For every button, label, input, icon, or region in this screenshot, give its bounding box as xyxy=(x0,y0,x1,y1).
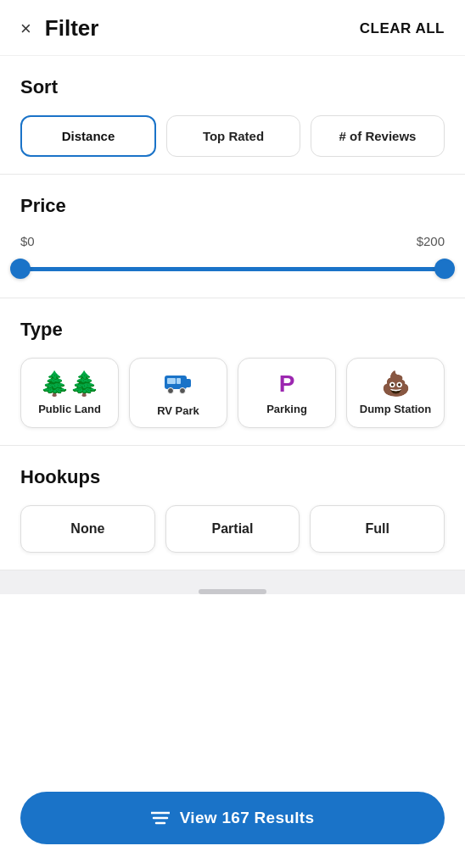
price-title: Price xyxy=(20,195,445,217)
filter-results-icon xyxy=(151,811,170,825)
filter-header: × Filter CLEAR ALL xyxy=(0,0,465,56)
slider-thumb-max[interactable] xyxy=(434,259,455,279)
hookup-options: None Partial Full xyxy=(20,505,445,553)
price-section: Price $0 $200 xyxy=(0,175,465,298)
sort-reviews-button[interactable]: # of Reviews xyxy=(311,115,445,157)
hookup-partial-button[interactable]: Partial xyxy=(165,505,300,553)
hookups-title: Hookups xyxy=(20,466,445,488)
type-public-land-label: Public Land xyxy=(38,403,101,415)
hookup-full-button[interactable]: Full xyxy=(310,505,445,553)
svg-rect-4 xyxy=(167,378,176,384)
slider-track xyxy=(20,267,445,271)
svg-point-2 xyxy=(168,388,174,394)
type-rv-park-button[interactable]: RV Park xyxy=(129,358,227,428)
svg-rect-5 xyxy=(176,378,181,384)
rv-park-icon xyxy=(164,372,193,398)
price-range-labels: $0 $200 xyxy=(20,234,445,248)
type-grid: 🌲🌲 Public Land RV Park P Parking xyxy=(20,358,445,428)
type-section: Type 🌲🌲 Public Land RV Park P xyxy=(0,298,465,446)
slider-thumb-min[interactable] xyxy=(10,259,31,279)
view-results-button[interactable]: View 167 Results xyxy=(20,792,445,844)
type-dump-station-label: Dump Station xyxy=(360,403,432,415)
svg-rect-1 xyxy=(182,379,191,387)
type-parking-button[interactable]: P Parking xyxy=(238,358,336,428)
type-title: Type xyxy=(20,319,445,341)
sort-title: Sort xyxy=(20,76,445,98)
svg-point-3 xyxy=(180,388,186,394)
sort-top-rated-button[interactable]: Top Rated xyxy=(166,115,300,157)
close-button[interactable]: × xyxy=(20,19,31,38)
scroll-indicator xyxy=(199,589,266,594)
page-title: Filter xyxy=(45,15,99,42)
price-max-label: $200 xyxy=(417,234,445,248)
sort-section: Sort Distance Top Rated # of Reviews xyxy=(0,56,465,175)
price-min-label: $0 xyxy=(20,234,35,248)
public-land-icon: 🌲🌲 xyxy=(40,372,99,396)
dump-station-icon: 💩 xyxy=(381,372,411,396)
view-results-label: View 167 Results xyxy=(180,809,315,827)
type-rv-park-label: RV Park xyxy=(157,404,199,417)
sort-distance-button[interactable]: Distance xyxy=(20,115,156,157)
hookups-section: Hookups None Partial Full xyxy=(0,446,465,570)
hookup-none-button[interactable]: None xyxy=(20,505,155,553)
type-public-land-button[interactable]: 🌲🌲 Public Land xyxy=(20,358,119,428)
bottom-bar: View 167 Results xyxy=(0,778,465,868)
clear-all-button[interactable]: CLEAR ALL xyxy=(360,20,445,37)
type-parking-label: Parking xyxy=(266,403,307,415)
header-left: × Filter xyxy=(20,15,98,42)
parking-icon: P xyxy=(279,372,295,396)
type-dump-station-button[interactable]: 💩 Dump Station xyxy=(346,358,445,428)
price-slider[interactable] xyxy=(20,257,445,281)
sort-options: Distance Top Rated # of Reviews xyxy=(20,115,445,157)
